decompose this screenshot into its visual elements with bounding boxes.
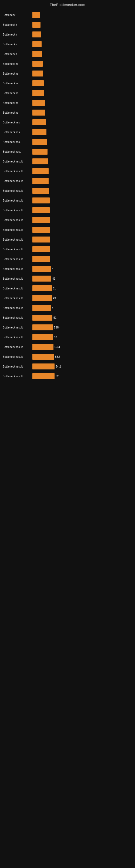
chart-row: Bottleneck r (3, 40, 130, 48)
bar (32, 237, 50, 243)
row-label: Bottleneck result (3, 170, 32, 173)
row-label: Bottleneck r (3, 43, 32, 46)
bar (32, 80, 44, 86)
bar-container (32, 178, 130, 184)
bar (32, 324, 53, 330)
bar-container (32, 207, 130, 213)
row-label: Bottleneck result (3, 316, 32, 319)
row-label: Bottleneck resu (3, 131, 32, 134)
chart-row: Bottleneck result (3, 177, 130, 185)
bar (32, 129, 46, 135)
chart-row: Bottleneck resu (3, 128, 130, 136)
chart-row: Bottleneck r (3, 50, 130, 58)
chart-row: Bottleneck (3, 11, 130, 19)
bar (32, 246, 50, 252)
bar (32, 22, 41, 28)
chart-row: Bottleneck re (3, 60, 130, 67)
bar-container (32, 139, 130, 145)
bar (32, 256, 50, 262)
chart-row: Bottleneck result (3, 158, 130, 165)
site-title: TheBottlenecker.com (0, 0, 135, 8)
chart-row: Bottleneck result (3, 167, 130, 175)
bar-value: 53.6 (55, 355, 60, 358)
chart-row: Bottleneck result52. (3, 333, 130, 341)
chart-row: Bottleneck result4 (3, 304, 130, 312)
bar (32, 178, 49, 184)
bar-value: 53% (54, 326, 59, 329)
row-label: Bottleneck result (3, 326, 32, 329)
row-label: Bottleneck re (3, 72, 32, 75)
chart-row: Bottleneck result (3, 236, 130, 243)
row-label: Bottleneck result (3, 189, 32, 192)
bar (32, 197, 50, 204)
bar (32, 217, 50, 223)
chart-row: Bottleneck re (3, 89, 130, 97)
bar (32, 188, 49, 194)
bar-container (32, 188, 130, 194)
bar-container (32, 158, 130, 164)
bar-value: 4 (52, 268, 53, 271)
bar (32, 139, 47, 145)
chart-area: BottleneckBottleneck rBottleneck rBottle… (0, 8, 135, 385)
bar-container: 53% (32, 324, 130, 330)
row-label: Bottleneck r (3, 33, 32, 36)
row-label: Bottleneck re (3, 111, 32, 114)
bar (32, 61, 43, 67)
chart-row: Bottleneck result49 (3, 275, 130, 282)
row-label: Bottleneck result (3, 307, 32, 310)
chart-row: Bottleneck result54.2 (3, 363, 130, 370)
row-label: Bottleneck r (3, 23, 32, 26)
bar (32, 12, 40, 18)
bar-value: 51 (53, 316, 56, 319)
chart-row: Bottleneck result49 (3, 294, 130, 302)
bar (32, 119, 46, 125)
bar-container: 53.3 (32, 344, 130, 350)
chart-row: Bottleneck re (3, 99, 130, 106)
bar-container: 51 (32, 315, 130, 321)
bar-container (32, 246, 130, 252)
row-label: Bottleneck result (3, 180, 32, 183)
bar-container (32, 197, 130, 204)
bar (32, 207, 50, 213)
bar (32, 168, 49, 174)
row-label: Bottleneck re (3, 92, 32, 95)
bar (32, 354, 54, 360)
bar (32, 110, 45, 116)
row-label: Bottleneck result (3, 355, 32, 358)
bar-container (32, 41, 130, 47)
bar (32, 285, 52, 291)
bar-container: 53.6 (32, 354, 130, 360)
bar-container (32, 168, 130, 174)
bar (32, 149, 48, 155)
bar (32, 295, 52, 301)
bar-container (32, 51, 130, 57)
chart-row: Bottleneck result (3, 216, 130, 224)
bar (32, 315, 52, 321)
row-label: Bottleneck (3, 13, 32, 17)
bar (32, 41, 42, 47)
bar (32, 158, 48, 164)
bar-container: 49 (32, 295, 130, 301)
row-label: Bottleneck result (3, 160, 32, 163)
chart-row: Bottleneck result53.6 (3, 353, 130, 361)
bar (32, 364, 54, 369)
chart-row: Bottleneck resu (3, 138, 130, 146)
chart-row: Bottleneck result (3, 207, 130, 214)
bar-container (32, 129, 130, 135)
bar-value: 4 (52, 307, 53, 310)
chart-row: Bottleneck result (3, 187, 130, 194)
row-label: Bottleneck result (3, 238, 32, 241)
bar (32, 227, 50, 233)
bar-container (32, 217, 130, 223)
row-label: Bottleneck resu (3, 141, 32, 144)
bar-container: 49 (32, 276, 130, 282)
row-label: Bottleneck re (3, 101, 32, 104)
row-label: Bottleneck result (3, 248, 32, 251)
chart-row: Bottleneck re (3, 80, 130, 87)
row-label: Bottleneck resu (3, 150, 32, 153)
bar-container: 54.2 (32, 364, 130, 369)
bar (32, 276, 51, 282)
header: TheBottlenecker.com (0, 0, 135, 8)
bar-container (32, 31, 130, 37)
bar-container (32, 119, 130, 125)
